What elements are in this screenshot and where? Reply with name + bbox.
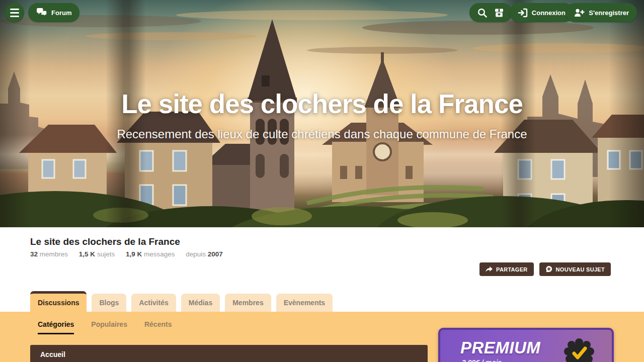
premium-price: 3,99€ / mois: [462, 358, 502, 362]
login-arrow-icon: [518, 8, 528, 18]
menu-button[interactable]: [5, 3, 24, 22]
chat-bubbles-icon: [36, 8, 47, 17]
subtab-categories[interactable]: Catégories: [38, 320, 74, 334]
tab-medias[interactable]: Médias: [181, 294, 220, 312]
nav-tools-group: [469, 3, 512, 22]
tab-discussions[interactable]: Discussions: [30, 291, 87, 312]
stat-topics-label: sujets: [97, 250, 115, 258]
login-button-label: Connexion: [532, 9, 566, 17]
login-button[interactable]: Connexion: [510, 3, 574, 22]
hero-text-block: Le site des clochers de la France Recens…: [0, 88, 644, 141]
forum-stats: 32 membres 1,5 K sujets 1,9 K messages d…: [30, 250, 223, 258]
stat-topics-value: 1,5 K: [79, 250, 95, 258]
stat-messages-value: 1,9 K: [126, 250, 142, 258]
new-topic-button[interactable]: NOUVEAU SUJET: [539, 262, 611, 276]
premium-title: PREMIUM: [460, 338, 540, 357]
user-plus-icon: [574, 8, 585, 18]
stat-since-prefix: depuis: [186, 250, 206, 258]
hero-banner: Le site des clochers de la France Recens…: [0, 0, 644, 227]
hero-title: Le site des clochers de la France: [0, 88, 644, 119]
tab-membres[interactable]: Membres: [225, 294, 271, 312]
new-topic-icon: [545, 266, 552, 273]
register-button-label: S'enregistrer: [589, 9, 629, 17]
stat-messages-label: messages: [144, 250, 175, 258]
stat-since-value: 2007: [208, 250, 223, 258]
premium-promo-card[interactable]: PREMIUM 3,99€ / mois: [438, 328, 614, 362]
premium-seal-check-icon: [562, 336, 596, 362]
main-tabs: Discussions Blogs Activités Médias Membr…: [30, 291, 333, 312]
category-header-label: Accueil: [40, 350, 65, 358]
action-buttons: PARTAGER NOUVEAU SUJET: [479, 262, 611, 276]
search-icon[interactable]: [477, 8, 487, 18]
subtab-populaires[interactable]: Populaires: [91, 320, 127, 334]
new-topic-button-label: NOUVEAU SUJET: [556, 266, 605, 273]
subtab-recents[interactable]: Récents: [144, 320, 172, 334]
page-title: Le site des clochers de la France: [30, 236, 180, 247]
hero-subtitle: Recensement des lieux de culte chrétiens…: [0, 127, 644, 141]
stat-members-label: membres: [40, 250, 68, 258]
share-button[interactable]: PARTAGER: [479, 262, 534, 276]
tab-activites[interactable]: Activités: [131, 294, 176, 312]
forum-info-section: Le site des clochers de la France 32 mem…: [0, 227, 644, 312]
donate-box-icon[interactable]: [494, 8, 504, 18]
forum-button[interactable]: Forum: [28, 3, 79, 22]
stat-members-value: 32: [30, 250, 38, 258]
discussion-filter-tabs: Catégories Populaires Récents: [38, 320, 172, 334]
share-button-label: PARTAGER: [496, 266, 528, 273]
forum-button-label: Forum: [51, 9, 71, 17]
discussions-panel: Catégories Populaires Récents Accueil PR…: [0, 312, 644, 362]
tab-evenements[interactable]: Evènements: [276, 294, 333, 312]
tab-blogs[interactable]: Blogs: [92, 294, 126, 312]
category-header-accueil[interactable]: Accueil: [30, 345, 428, 362]
register-button[interactable]: S'enregistrer: [566, 3, 637, 22]
share-arrow-icon: [486, 266, 493, 273]
hamburger-icon: [10, 9, 19, 10]
